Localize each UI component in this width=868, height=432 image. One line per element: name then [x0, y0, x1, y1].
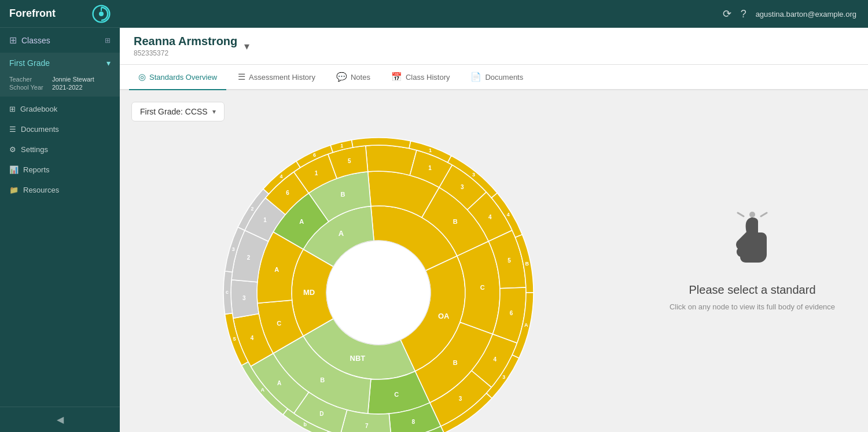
reports-icon: 📊: [9, 165, 19, 174]
sidebar-item-classes[interactable]: ⊞ Classes ⊞: [0, 28, 120, 53]
student-dropdown-btn[interactable]: ▾: [242, 38, 252, 55]
assessment-icon: ☰: [238, 72, 245, 82]
student-header: Reanna Armstrong 852335372 ▾: [120, 28, 868, 65]
right-panel: Please select a standard Click on any no…: [637, 90, 868, 432]
sidebar-collapse-btn[interactable]: ◀: [0, 407, 120, 432]
settings-label: Settings: [21, 145, 48, 154]
student-id: 852335372: [134, 49, 237, 57]
sidebar-item-gradebook[interactable]: ⊞ Gradebook: [0, 99, 120, 119]
refresh-icon[interactable]: ⟳: [723, 8, 731, 20]
app-name: Forefront: [9, 8, 56, 20]
classes-section: ⊞ Classes ⊞: [0, 28, 120, 53]
gradebook-label: Gradebook: [20, 105, 57, 113]
doc-icon: 📄: [470, 72, 481, 82]
notes-icon: 💬: [336, 72, 347, 82]
help-icon[interactable]: ?: [741, 8, 746, 20]
tab-notes-label: Notes: [351, 73, 370, 82]
school-year-label: School Year: [9, 84, 50, 91]
classes-label: Classes: [21, 36, 50, 45]
class-history-icon: 📅: [391, 72, 402, 82]
documents-label: Documents: [21, 125, 59, 134]
tab-class-history-label: Class History: [406, 73, 450, 82]
teacher-label: Teacher: [9, 76, 50, 83]
chevron-down-icon: ▾: [106, 58, 111, 68]
classes-arrow-icon: ⊞: [105, 36, 111, 45]
resources-label: Resources: [23, 186, 59, 194]
student-name: Reanna Armstrong: [134, 35, 237, 48]
dropdown-chevron-icon: ▾: [212, 108, 216, 116]
grade-dropdown-label: First Grade: CCSS: [140, 107, 208, 116]
class-info: Teacher Jonnie Stewart School Year 2021-…: [0, 73, 120, 97]
sidebar: Forefront ⊞ Classes ⊞ First Grade ▾ Teac…: [0, 0, 120, 432]
tabs: ◎ Standards Overview ☰ Assessment Histor…: [120, 65, 868, 90]
sub-nav: ⊞ Gradebook ☰ Documents ⚙ Settings 📊 Rep…: [0, 97, 120, 202]
documents-icon: ☰: [9, 125, 16, 134]
topbar: ⟳ ? agustina.barton@example.org: [120, 0, 868, 28]
tab-standards-label: Standards Overview: [149, 73, 217, 82]
pointer-icon: [726, 212, 778, 272]
grade-dropdown[interactable]: First Grade: CCSS ▾: [131, 102, 225, 121]
resources-icon: 📁: [9, 186, 19, 194]
app-logo: [92, 5, 111, 23]
svg-point-4: [749, 212, 755, 217]
standards-icon: ◎: [138, 72, 146, 82]
user-email: agustina.barton@example.org: [756, 10, 856, 19]
tab-notes[interactable]: 💬 Notes: [327, 65, 380, 90]
first-grade-header[interactable]: First Grade ▾: [0, 53, 120, 73]
sidebar-header: Forefront: [0, 0, 120, 28]
sidebar-item-resources[interactable]: 📁 Resources: [0, 180, 120, 200]
gradebook-icon: ⊞: [9, 105, 16, 113]
sidebar-item-reports[interactable]: 📊 Reports: [0, 160, 120, 180]
tab-assessment-label: Assessment History: [249, 73, 315, 82]
main: ⟳ ? agustina.barton@example.org Reanna A…: [120, 0, 868, 432]
sidebar-item-settings[interactable]: ⚙ Settings: [0, 139, 120, 160]
chart-area: First Grade: CCSS ▾: [120, 90, 637, 432]
select-standard-subtitle: Click on any node to view its full body …: [670, 302, 835, 311]
tab-class-history[interactable]: 📅 Class History: [382, 65, 459, 90]
tab-standards-overview[interactable]: ◎ Standards Overview: [129, 65, 226, 90]
sidebar-item-documents[interactable]: ☰ Documents: [0, 119, 120, 139]
sunburst-canvas[interactable]: [222, 136, 535, 432]
sunburst-chart[interactable]: [216, 131, 540, 420]
tab-documents-label: Documents: [485, 73, 523, 82]
svg-line-5: [738, 213, 744, 216]
select-standard-title: Please select a standard: [689, 283, 815, 297]
teacher-value: Jonnie Stewart: [52, 76, 94, 83]
student-info: Reanna Armstrong 852335372: [134, 35, 237, 57]
content: First Grade: CCSS ▾: [120, 90, 868, 432]
settings-icon: ⚙: [9, 145, 16, 154]
svg-point-1: [99, 12, 104, 16]
first-grade-label: First Grade: [9, 58, 50, 68]
classes-icon: ⊞: [9, 35, 17, 46]
collapse-icon: ◀: [57, 414, 64, 425]
svg-line-6: [761, 213, 767, 216]
school-year-value: 2021-2022: [52, 84, 83, 91]
tab-documents[interactable]: 📄 Documents: [461, 65, 532, 90]
reports-label: Reports: [23, 165, 50, 174]
first-grade-section: First Grade ▾ Teacher Jonnie Stewart Sch…: [0, 53, 120, 97]
tab-assessment-history[interactable]: ☰ Assessment History: [229, 65, 325, 90]
